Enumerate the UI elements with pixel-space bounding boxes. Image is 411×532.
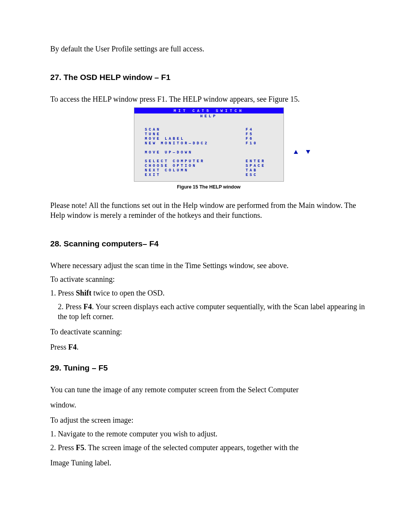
li-text: 2. Press — [50, 443, 76, 452]
f5-key-label: F5 — [76, 443, 84, 452]
intro-paragraph: By default the User Profile settings are… — [50, 44, 367, 54]
help-row: CHOOSE OPTION SPACE — [145, 164, 273, 168]
shift-key-label: Shift — [76, 289, 91, 297]
section-27-p2: Please note! All the functions set out i… — [50, 200, 367, 220]
help-row-label: CHOOSE OPTION — [145, 164, 246, 168]
li-text: 1. Press — [50, 289, 76, 297]
help-row-key: TAB — [246, 168, 258, 173]
help-row-label: TUNE — [145, 132, 246, 136]
section-29-p3: To adjust the screen image: — [50, 415, 367, 425]
li-text: . The screen image of the selected compu… — [84, 443, 298, 452]
help-row: TUNE F5 — [145, 132, 273, 136]
help-row: MOVE LABEL F6 — [145, 137, 273, 141]
help-row-key: F6 — [246, 137, 254, 141]
help-window-body: SCAN F4 TUNE F5 MOVE LABEL F6 NEW MONITO… — [134, 119, 284, 181]
section-29-p2: window. — [50, 400, 367, 410]
section-28-p2: To activate scanning: — [50, 274, 367, 284]
li-text: . Your screen displays each active compu… — [58, 302, 365, 321]
section-28-li1: 1. Press Shift twice to open the OSD. — [50, 288, 367, 298]
section-29-p1: You can tune the image of any remote com… — [50, 385, 367, 395]
section-29-heading: 29. Tuning – F5 — [50, 363, 367, 372]
section-29-li1: 1. Navigate to the remote computer you w… — [50, 429, 367, 439]
help-row-key: ESC — [246, 173, 258, 177]
section-27-heading: 27. The OSD HELP window – F1 — [50, 73, 367, 82]
section-28-li2: 2. Press F4. Your screen displays each a… — [50, 302, 367, 321]
help-row: SELECT COMPUTER ENTER — [145, 159, 273, 163]
press-label: Press — [50, 343, 68, 351]
f4-key-label: F4 — [83, 302, 92, 311]
help-window: MIT CAT5 SWITCH HELP SCAN F4 TUNE F5 MOV… — [134, 108, 284, 181]
svg-marker-0 — [294, 150, 298, 154]
section-28-p4: To deactivate scanning: — [50, 327, 367, 337]
arrow-up-down-icon — [246, 146, 310, 159]
help-row: SCAN F4 — [145, 128, 273, 132]
help-row-key: F4 — [246, 128, 254, 132]
figure-15-caption: Figure 15 The HELP window — [177, 184, 241, 190]
help-row-key: SPACE — [246, 164, 266, 168]
help-row-label: NEXT COLUMN — [145, 168, 246, 173]
section-29-li2: 2. Press F5. The screen image of the sel… — [50, 443, 367, 452]
help-row: MOVE UP—DOWN — [145, 146, 273, 159]
help-row: NEXT COLUMN TAB — [145, 168, 273, 173]
help-row: EXIT ESC — [145, 173, 273, 177]
section-28-p1: Where necessary adjust the scan time in … — [50, 260, 367, 270]
period: . — [76, 343, 78, 351]
li-text: twice to open the OSD. — [91, 289, 164, 297]
help-row-key: F5 — [246, 132, 254, 136]
document-page: By default the User Profile settings are… — [0, 0, 411, 532]
help-row: NEW MONITOR—DDC2 F10 — [145, 141, 273, 145]
help-row-label: MOVE LABEL — [145, 137, 246, 141]
svg-marker-1 — [306, 150, 310, 154]
figure-15: MIT CAT5 SWITCH HELP SCAN F4 TUNE F5 MOV… — [50, 108, 367, 190]
section-27-p1: To access the HELP window press F1. The … — [50, 94, 367, 104]
help-row-key: ENTER — [246, 159, 266, 163]
section-28-p5: Press F4. — [50, 342, 367, 352]
help-row-label: NEW MONITOR—DDC2 — [145, 141, 246, 145]
help-row-label: MOVE UP—DOWN — [145, 150, 246, 155]
f4-key-label: F4 — [68, 343, 76, 351]
li-text: 2. Press — [58, 302, 83, 311]
help-row-label: EXIT — [145, 173, 246, 177]
help-window-subtitle: HELP — [134, 113, 284, 119]
help-window-title: MIT CAT5 SWITCH — [134, 108, 284, 113]
section-28-heading: 28. Scanning computers– F4 — [50, 239, 367, 248]
section-29-p4: Image Tuning label. — [50, 458, 367, 468]
help-row-label: SELECT COMPUTER — [145, 159, 246, 163]
help-row-label: SCAN — [145, 128, 246, 132]
help-row-key: F10 — [246, 141, 258, 145]
